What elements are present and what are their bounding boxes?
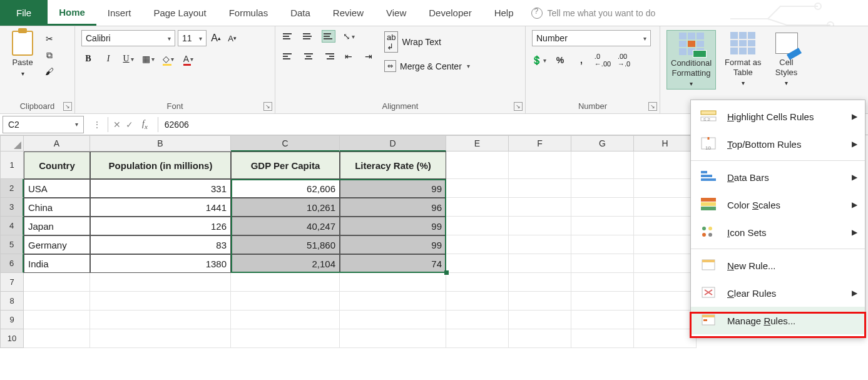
increase-indent-button[interactable]: ⇥: [362, 50, 375, 63]
underline-button[interactable]: U▾: [121, 53, 135, 65]
col-header-A[interactable]: A: [24, 135, 90, 151]
cell-C5[interactable]: 51,860: [231, 235, 340, 254]
align-middle-button[interactable]: [302, 30, 315, 43]
cell-F8[interactable]: [509, 292, 571, 311]
decrease-indent-button[interactable]: ⇤: [342, 50, 355, 63]
row-header-8[interactable]: 8: [0, 292, 24, 311]
bold-button[interactable]: B: [81, 53, 95, 65]
cell-B3[interactable]: 1441: [90, 198, 231, 217]
cell-B10[interactable]: [90, 329, 231, 348]
tab-help[interactable]: Help: [483, 0, 525, 26]
cell-E2[interactable]: [446, 179, 509, 198]
cell-E3[interactable]: [446, 198, 509, 217]
cell-C4[interactable]: 40,247: [231, 217, 340, 235]
cell-B2[interactable]: 331: [90, 179, 231, 198]
cell-D8[interactable]: [340, 292, 446, 311]
tell-me-search[interactable]: Tell me what you want to do: [531, 0, 656, 26]
accounting-format-button[interactable]: 💲▾: [532, 54, 546, 66]
percent-button[interactable]: %: [553, 54, 567, 66]
menu-data-bars[interactable]: Data Bars ▶: [691, 163, 865, 191]
options-dots-icon[interactable]: ⋮: [93, 120, 103, 130]
cell-B5[interactable]: 83: [90, 235, 231, 254]
wrap-text-button[interactable]: ab↲ Wrap Text: [384, 31, 470, 53]
row-header-4[interactable]: 4: [0, 217, 24, 235]
cell-A1[interactable]: Country: [24, 151, 90, 179]
number-dialog-launcher[interactable]: ↘: [648, 102, 657, 111]
align-bottom-button[interactable]: [322, 30, 335, 43]
row-header-2[interactable]: 2: [0, 179, 24, 198]
cell-C3[interactable]: 10,261: [231, 198, 340, 217]
cell-D1[interactable]: Literacy Rate (%): [340, 151, 446, 179]
borders-button[interactable]: ▦▾: [141, 53, 155, 65]
cell-C6[interactable]: 2,104: [231, 254, 340, 273]
cell-F2[interactable]: [509, 179, 571, 198]
cell-D5[interactable]: 99: [340, 235, 446, 254]
cell-E5[interactable]: [446, 235, 509, 254]
col-header-D[interactable]: D: [340, 135, 446, 151]
col-header-B[interactable]: B: [90, 135, 231, 151]
merge-center-button[interactable]: ⇔ Merge & Center ▾: [384, 60, 470, 72]
row-header-3[interactable]: 3: [0, 198, 24, 217]
font-name-combo[interactable]: Calibri▾: [81, 30, 175, 46]
tab-insert[interactable]: Insert: [96, 0, 143, 26]
clipboard-dialog-launcher[interactable]: ↘: [63, 102, 72, 111]
cell-E6[interactable]: [446, 254, 509, 273]
cell-D2[interactable]: 99: [340, 179, 446, 198]
cell-B7[interactable]: [90, 273, 231, 292]
cell-F4[interactable]: [509, 217, 571, 235]
row-header-5[interactable]: 5: [0, 235, 24, 254]
cell-E4[interactable]: [446, 217, 509, 235]
cell-A3[interactable]: China: [24, 198, 90, 217]
col-header-C[interactable]: C: [231, 135, 340, 151]
grow-font-button[interactable]: A▴: [209, 32, 223, 44]
col-header-F[interactable]: F: [509, 135, 571, 151]
cell-G9[interactable]: [571, 311, 634, 329]
cell-B1[interactable]: Population (in millions): [90, 151, 231, 179]
cell-F10[interactable]: [509, 329, 571, 348]
menu-manage-rules[interactable]: Manage Rules...: [691, 307, 865, 334]
cell-F6[interactable]: [509, 254, 571, 273]
cell-E7[interactable]: [446, 273, 509, 292]
tab-data[interactable]: Data: [279, 0, 322, 26]
name-box[interactable]: C2▾: [3, 116, 84, 133]
cell-C7[interactable]: [231, 273, 340, 292]
font-color-button[interactable]: A▾: [181, 53, 195, 65]
conditional-formatting-button[interactable]: Conditional Formatting ▾: [666, 30, 716, 90]
italic-button[interactable]: I: [101, 53, 115, 65]
number-format-combo[interactable]: Number▾: [532, 30, 651, 46]
cell-A2[interactable]: USA: [24, 179, 90, 198]
cell-C9[interactable]: [231, 311, 340, 329]
font-dialog-launcher[interactable]: ↘: [263, 102, 272, 111]
cell-E9[interactable]: [446, 311, 509, 329]
cell-D10[interactable]: [340, 329, 446, 348]
cell-styles-button[interactable]: Cell Styles ▾: [770, 30, 803, 88]
cell-G3[interactable]: [571, 198, 634, 217]
font-size-combo[interactable]: 11▾: [178, 30, 207, 46]
cell-G8[interactable]: [571, 292, 634, 311]
cell-E1[interactable]: [446, 151, 509, 179]
cell-C8[interactable]: [231, 292, 340, 311]
copy-button[interactable]: ⧉: [43, 49, 56, 61]
select-all-corner[interactable]: [0, 135, 24, 151]
cell-D6[interactable]: 74: [340, 254, 446, 273]
cell-D9[interactable]: [340, 311, 446, 329]
menu-new-rule[interactable]: New Rule...: [691, 252, 865, 279]
align-left-button[interactable]: [282, 50, 295, 63]
cancel-formula-button[interactable]: ✕: [113, 120, 121, 130]
row-header-10[interactable]: 10: [0, 329, 24, 348]
cell-B6[interactable]: 1380: [90, 254, 231, 273]
cell-H2[interactable]: [634, 179, 697, 198]
cell-H7[interactable]: [634, 273, 697, 292]
cell-H1[interactable]: [634, 151, 697, 179]
cell-A10[interactable]: [24, 329, 90, 348]
cut-button[interactable]: ✂: [43, 33, 56, 45]
comma-button[interactable]: ,: [574, 54, 588, 66]
col-header-H[interactable]: H: [634, 135, 697, 151]
cell-C2[interactable]: 62,606: [231, 179, 340, 198]
align-right-button[interactable]: [322, 50, 335, 63]
tab-developer[interactable]: Developer: [417, 0, 483, 26]
tab-file[interactable]: File: [0, 0, 48, 26]
cell-G6[interactable]: [571, 254, 634, 273]
enter-formula-button[interactable]: ✓: [126, 120, 133, 130]
cell-G7[interactable]: [571, 273, 634, 292]
